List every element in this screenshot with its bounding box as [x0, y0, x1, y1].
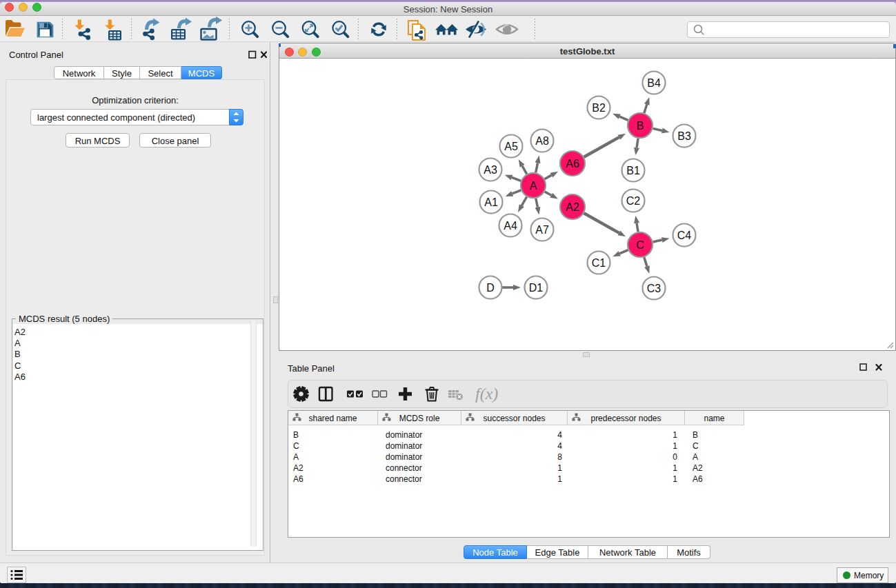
svg-text:D: D: [486, 282, 495, 294]
svg-text:A2: A2: [566, 201, 579, 213]
svg-text:B: B: [636, 120, 644, 132]
svg-text:A3: A3: [484, 164, 497, 176]
svg-text:C: C: [636, 239, 644, 251]
svg-text:f(x): f(x): [475, 385, 498, 403]
svg-text:A5: A5: [504, 141, 518, 152]
svg-text:C3: C3: [646, 283, 661, 294]
svg-text:C4: C4: [677, 230, 691, 241]
svg-text:B4: B4: [647, 77, 661, 89]
svg-text:B3: B3: [677, 130, 691, 142]
svg-text:A4: A4: [504, 220, 517, 232]
svg-text:B1: B1: [626, 165, 640, 176]
svg-text:A1: A1: [484, 196, 498, 208]
svg-text:A: A: [529, 180, 537, 192]
svg-text:A8: A8: [535, 135, 549, 147]
svg-text:C1: C1: [591, 257, 606, 269]
svg-text:A6: A6: [566, 158, 579, 170]
svg-text:B2: B2: [592, 102, 606, 114]
svg-text:D1: D1: [528, 282, 543, 294]
svg-text:C2: C2: [626, 195, 640, 207]
svg-text:A7: A7: [535, 224, 549, 236]
